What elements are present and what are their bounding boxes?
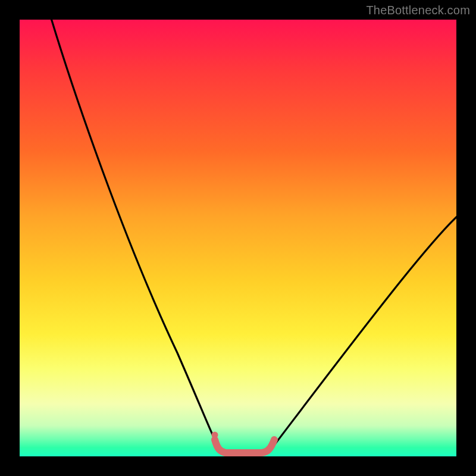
chart-curves — [20, 20, 456, 456]
right-curve — [274, 216, 458, 445]
left-curve — [51, 18, 217, 445]
chart-frame: TheBottleneck.com — [0, 0, 476, 476]
bottom-ideal-band — [215, 440, 274, 453]
watermark-text: TheBottleneck.com — [366, 4, 470, 17]
bottom-ideal-dot — [212, 432, 218, 439]
